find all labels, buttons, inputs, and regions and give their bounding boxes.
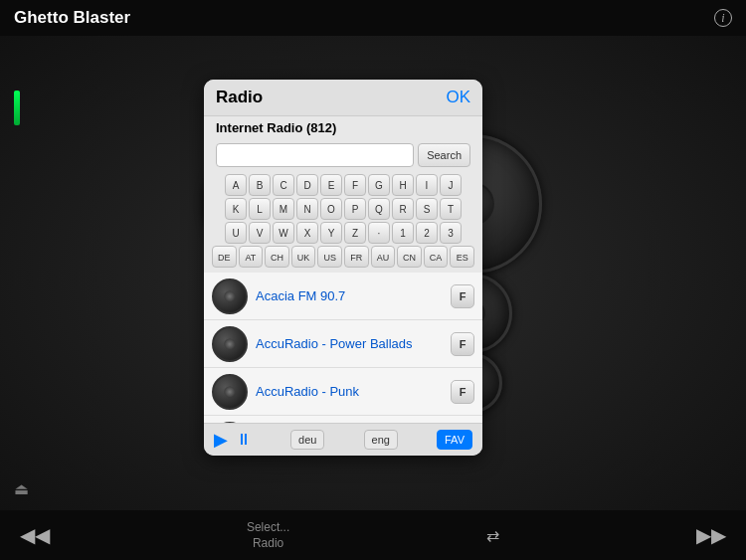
letter-1[interactable]: 1 — [392, 222, 414, 244]
letter-row-1: A B C D E F G H I J — [212, 174, 474, 196]
letter-S[interactable]: S — [416, 198, 438, 220]
radio-modal: Radio OK Internet Radio (812) Search A B… — [204, 80, 482, 456]
country-FR[interactable]: FR — [344, 246, 369, 268]
letter-H[interactable]: H — [392, 174, 414, 196]
letter-L[interactable]: L — [249, 198, 271, 220]
radio-station-icon — [212, 374, 248, 410]
letter-W[interactable]: W — [273, 222, 294, 244]
pause-button[interactable]: ⏸ — [236, 431, 252, 449]
radio-station-name: Acacia FM 90.7 — [256, 288, 451, 303]
modal-header: Radio OK — [204, 80, 482, 116]
search-input[interactable] — [216, 143, 414, 167]
letter-G[interactable]: G — [368, 174, 390, 196]
eject-button[interactable]: ⏏ — [14, 479, 29, 498]
ok-button[interactable]: OK — [446, 88, 470, 107]
lang-eng-button[interactable]: eng — [364, 430, 398, 450]
letter-V[interactable]: V — [249, 222, 271, 244]
radio-list-item[interactable]: AccuRadio - Power BalladsF — [204, 320, 482, 368]
letter-Y[interactable]: Y — [320, 222, 342, 244]
letter-2[interactable]: 2 — [416, 222, 438, 244]
play-button[interactable]: ▶ — [214, 429, 228, 451]
radio-list[interactable]: Acacia FM 90.7FAccuRadio - Power Ballads… — [204, 273, 482, 423]
letter-O[interactable]: O — [320, 198, 342, 220]
rewind-button[interactable]: ◀◀ — [20, 523, 50, 547]
battery-indicator — [14, 91, 20, 125]
letter-D[interactable]: D — [296, 174, 318, 196]
letter-J[interactable]: J — [440, 174, 462, 196]
favorite-button[interactable]: F — [451, 380, 474, 404]
letter-E[interactable]: E — [320, 174, 342, 196]
letter-A[interactable]: A — [225, 174, 247, 196]
shuffle-button[interactable]: ⇄ — [486, 526, 499, 545]
search-row: Search — [204, 139, 482, 171]
letter-I[interactable]: I — [416, 174, 438, 196]
letter-U[interactable]: U — [225, 222, 247, 244]
internet-radio-subtitle: Internet Radio (812) — [204, 116, 482, 139]
fastforward-button[interactable]: ▶▶ — [696, 523, 726, 547]
letter-Z[interactable]: Z — [344, 222, 366, 244]
select-label: Select... — [247, 520, 289, 534]
info-button[interactable]: i — [714, 9, 732, 27]
letter-Q[interactable]: Q — [368, 198, 390, 220]
country-CA[interactable]: CA — [424, 246, 449, 268]
radio-station-icon — [212, 326, 248, 362]
country-CH[interactable]: CH — [265, 246, 289, 268]
letter-K[interactable]: K — [225, 198, 247, 220]
radio-station-name: AccuRadio - Punk — [256, 384, 451, 399]
letter-F[interactable]: F — [344, 174, 366, 196]
country-UK[interactable]: UK — [291, 246, 316, 268]
letter-N[interactable]: N — [296, 198, 318, 220]
favorite-button[interactable]: F — [451, 332, 474, 356]
letter-row-3: U V W X Y Z · 1 2 3 — [212, 222, 474, 244]
letter-C[interactable]: C — [273, 174, 294, 196]
country-ES[interactable]: ES — [450, 246, 474, 268]
modal-title: Radio — [216, 88, 263, 107]
radio-station-icon — [212, 279, 248, 314]
radio-list-item[interactable]: Acacia FM 90.7F — [204, 273, 482, 320]
country-CN[interactable]: CN — [397, 246, 422, 268]
letter-T[interactable]: T — [440, 198, 462, 220]
letter-grid: A B C D E F G H I J K L M N O P Q R S — [204, 171, 482, 273]
top-bar: Ghetto Blaster i — [0, 0, 746, 36]
modal-controls: ▶ ⏸ deu eng FAV — [204, 423, 482, 456]
bottom-center: Select... Radio — [247, 520, 289, 550]
search-button[interactable]: Search — [418, 143, 470, 167]
letter-dot[interactable]: · — [368, 222, 390, 244]
lang-deu-button[interactable]: deu — [290, 430, 324, 450]
letter-M[interactable]: M — [273, 198, 294, 220]
letter-R[interactable]: R — [392, 198, 414, 220]
letter-row-2: K L M N O P Q R S T — [212, 198, 474, 220]
bottom-bar: ◀◀ Select... Radio ⇄ ▶▶ — [0, 510, 746, 560]
country-US[interactable]: US — [317, 246, 342, 268]
app-title: Ghetto Blaster — [14, 8, 130, 28]
main-area: Radio OK Internet Radio (812) Search A B… — [0, 36, 746, 510]
lang-fav-button[interactable]: FAV — [437, 430, 472, 450]
radio-label: Radio — [253, 536, 283, 550]
country-row: DE AT CH UK US FR AU CN CA ES — [212, 246, 474, 268]
country-AT[interactable]: AT — [239, 246, 264, 268]
favorite-button[interactable]: F — [451, 284, 474, 308]
letter-X[interactable]: X — [296, 222, 318, 244]
letter-B[interactable]: B — [249, 174, 271, 196]
letter-P[interactable]: P — [344, 198, 366, 220]
letter-3[interactable]: 3 — [440, 222, 462, 244]
radio-list-item[interactable]: AccuRadio - PunkF — [204, 368, 482, 416]
country-DE[interactable]: DE — [212, 246, 237, 268]
radio-station-name: AccuRadio - Power Ballads — [256, 336, 451, 351]
country-AU[interactable]: AU — [371, 246, 396, 268]
radio-list-item[interactable]: All Hits 7890 RadioF — [204, 416, 482, 423]
